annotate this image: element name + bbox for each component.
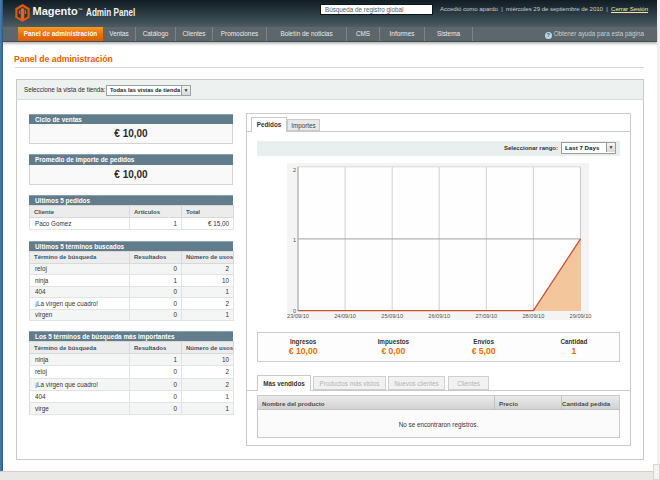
svg-text:28/09/10: 28/09/10 [523, 313, 545, 319]
svg-text:23/09/10: 23/09/10 [287, 313, 309, 319]
svg-text:1: 1 [293, 237, 296, 243]
svg-text:29/09/10: 29/09/10 [570, 313, 592, 319]
svg-text:2: 2 [293, 167, 296, 173]
svg-text:25/09/10: 25/09/10 [381, 313, 403, 319]
svg-text:27/09/10: 27/09/10 [475, 313, 497, 319]
svg-text:24/09/10: 24/09/10 [334, 313, 356, 319]
svg-text:26/09/10: 26/09/10 [428, 313, 450, 319]
